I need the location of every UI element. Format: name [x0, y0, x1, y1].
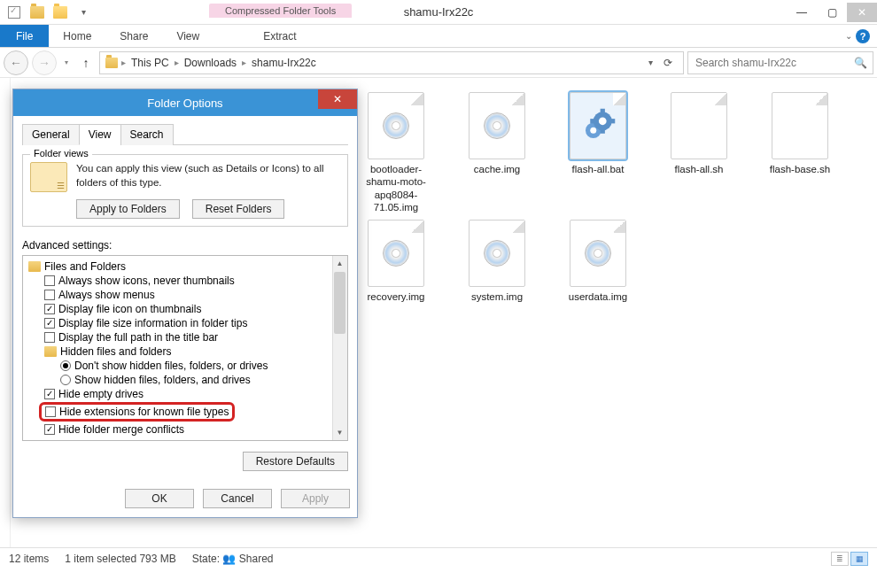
reset-folders-button[interactable]: Reset Folders: [192, 199, 285, 219]
qat-customize[interactable]: ▾: [73, 4, 94, 21]
crumb-downloads[interactable]: Downloads: [181, 57, 240, 69]
status-state-label: State:: [192, 553, 220, 565]
option-always-menus: Always show menus: [58, 289, 155, 301]
ribbon-contextual-tab-label: Compressed Folder Tools: [209, 4, 352, 18]
folder-views-text: You can apply this view (such as Details…: [76, 162, 340, 190]
help-icon[interactable]: ?: [856, 29, 870, 43]
apply-to-folders-button[interactable]: Apply to Folders: [76, 199, 180, 219]
up-button[interactable]: ↑: [76, 56, 96, 70]
ribbon-minimize-icon[interactable]: ⌄: [845, 31, 852, 41]
checkbox-checked[interactable]: [44, 304, 55, 314]
file-name: flash-all.sh: [675, 163, 724, 175]
tree-group: Files and Folders: [44, 260, 126, 273]
option-file-size-tips: Display file size information in folder …: [58, 317, 247, 329]
maximize-button[interactable]: ▢: [817, 3, 847, 22]
back-button[interactable]: ←: [4, 50, 28, 75]
ok-button[interactable]: OK: [125, 489, 194, 508]
file-item[interactable]: recovery.img: [354, 220, 438, 303]
svg-point-1: [590, 128, 596, 134]
svg-rect-5: [601, 128, 605, 134]
qat-open-folder[interactable]: [27, 4, 48, 21]
highlighted-option: Hide extensions for known file types: [39, 402, 235, 422]
file-name: userdata.img: [569, 290, 627, 303]
details-view-button[interactable]: ≣: [831, 552, 849, 566]
restore-defaults-button[interactable]: Restore Defaults: [243, 452, 348, 471]
option-dont-show-hidden: Don't show hidden files, folders, or dri…: [74, 360, 268, 372]
ribbon-tab-extract[interactable]: Extract: [249, 25, 310, 47]
dialog-close-button[interactable]: ✕: [318, 89, 357, 109]
folder-views-legend: Folder views: [30, 148, 92, 159]
file-name: flash-all.bat: [572, 163, 625, 175]
checkbox[interactable]: [45, 406, 56, 417]
disc-image-icon: [484, 112, 510, 139]
batch-file-icon: [579, 107, 617, 144]
forward-button[interactable]: →: [32, 50, 57, 75]
search-input[interactable]: [694, 56, 854, 70]
icons-view-button[interactable]: ▦: [850, 552, 868, 566]
address-history-icon[interactable]: ▾: [648, 58, 653, 67]
folder-icon: [28, 261, 41, 272]
tab-view[interactable]: View: [79, 124, 121, 145]
ribbon-tab-file[interactable]: File: [0, 25, 49, 47]
file-item[interactable]: cache.img: [455, 92, 539, 214]
disc-image-icon: [585, 240, 611, 267]
option-always-icons: Always show icons, never thumbnails: [58, 275, 235, 287]
scroll-thumb[interactable]: [334, 272, 345, 334]
file-item[interactable]: bootloader-shamu-moto-apq8084-71.05.img: [354, 92, 438, 214]
apply-button[interactable]: Apply: [281, 489, 350, 508]
chevron-right-icon[interactable]: ▸: [175, 58, 179, 67]
ribbon-tab-view[interactable]: View: [162, 25, 213, 47]
tab-search[interactable]: Search: [120, 124, 174, 145]
scroll-up-icon[interactable]: ▲: [332, 256, 347, 271]
file-item[interactable]: userdata.img: [556, 220, 640, 303]
close-button[interactable]: ✕: [847, 3, 877, 22]
option-hide-extensions: Hide extensions for known file types: [59, 406, 229, 418]
file-item[interactable]: flash-all.sh: [657, 92, 741, 214]
status-selection: 1 item selected 793 MB: [65, 553, 175, 565]
search-icon: 🔍: [854, 57, 867, 69]
chevron-right-icon[interactable]: ▸: [121, 58, 126, 67]
address-bar[interactable]: ▸ This PC ▸ Downloads ▸ shamu-Irx22c ▾ ⟳: [99, 51, 684, 74]
disc-image-icon: [383, 240, 409, 267]
option-show-hidden: Show hidden files, folders, and drives: [74, 374, 251, 386]
tab-general[interactable]: General: [22, 124, 80, 145]
file-item-selected[interactable]: flash-all.bat: [556, 92, 640, 214]
checkbox[interactable]: [44, 290, 55, 300]
checkbox-checked[interactable]: [44, 318, 55, 329]
cancel-button[interactable]: Cancel: [203, 489, 272, 508]
checkbox-checked[interactable]: [44, 389, 55, 399]
chevron-right-icon[interactable]: ▸: [242, 58, 246, 67]
crumb-root[interactable]: This PC: [128, 57, 173, 69]
refresh-icon[interactable]: ⟳: [658, 57, 678, 69]
scrollbar[interactable]: ▲ ▼: [332, 256, 347, 440]
ribbon-tab-home[interactable]: Home: [49, 25, 105, 47]
checkbox[interactable]: [44, 275, 55, 286]
search-box[interactable]: 🔍: [687, 51, 873, 74]
crumb-current[interactable]: shamu-Irx22c: [248, 57, 320, 69]
option-file-icon-thumbs: Display file icon on thumbnails: [58, 303, 201, 315]
checkbox[interactable]: [44, 332, 55, 343]
disc-image-icon: [484, 240, 510, 267]
advanced-settings-label: Advanced settings:: [22, 239, 348, 251]
file-item[interactable]: system.img: [455, 220, 539, 303]
radio-selected[interactable]: [60, 360, 71, 371]
option-hide-empty-drives: Hide empty drives: [58, 388, 144, 400]
file-item[interactable]: flash-base.sh: [758, 92, 842, 214]
file-name: recovery.img: [368, 290, 425, 303]
scroll-down-icon[interactable]: ▼: [332, 425, 347, 440]
radio[interactable]: [60, 375, 71, 385]
advanced-settings-list[interactable]: Files and Folders Always show icons, nev…: [22, 255, 348, 441]
folder-options-dialog: Folder Options ✕ General View Search Fol…: [12, 89, 358, 518]
svg-rect-4: [601, 109, 605, 115]
checkbox-checked[interactable]: [44, 424, 55, 435]
history-dropdown-icon[interactable]: ▾: [60, 58, 73, 66]
svg-rect-7: [609, 119, 615, 123]
status-state-value: Shared: [239, 553, 274, 565]
ribbon-tab-share[interactable]: Share: [105, 25, 162, 47]
svg-rect-6: [590, 119, 596, 123]
option-full-path-titlebar: Display the full path in the title bar: [58, 331, 218, 344]
file-grid: bootloader-shamu-moto-apq8084-71.05.img …: [354, 92, 868, 303]
minimize-button[interactable]: —: [787, 3, 817, 22]
qat-properties[interactable]: [4, 4, 25, 21]
qat-new-folder[interactable]: [50, 4, 71, 21]
